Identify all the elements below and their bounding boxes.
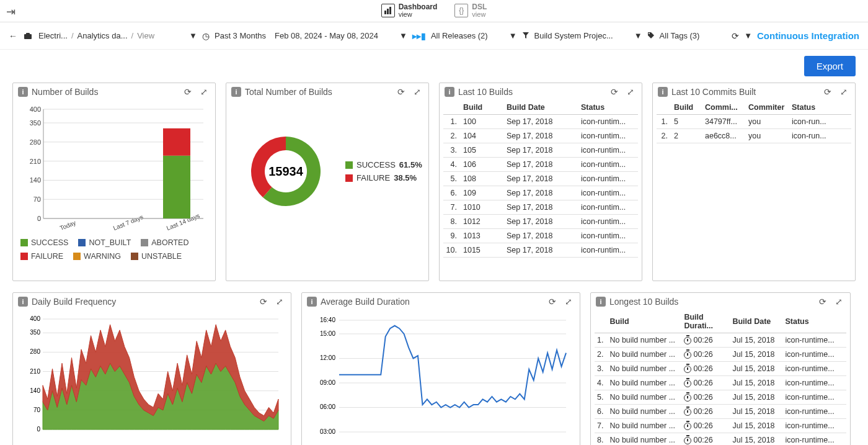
releases-filter[interactable]: All Releases (2) [431, 31, 488, 40]
refresh-icon[interactable]: ⟳ [182, 87, 194, 97]
svg-text:0: 0 [37, 426, 40, 433]
chevron-down-icon[interactable]: ▼ [744, 31, 752, 40]
svg-text:12:00: 12:00 [320, 354, 335, 361]
table-row[interactable]: 5.No build number ...00:26Jul 15, 2018ic… [595, 390, 846, 405]
table-row[interactable]: 1.534797ff...youicon-run... [657, 115, 851, 129]
expand-icon[interactable]: ⤢ [273, 297, 286, 307]
svg-text:210: 210 [30, 368, 40, 375]
chart-legend: SUCCESS 61.5%FAILURE 38.5% [345, 156, 422, 186]
column-header[interactable]: Build [461, 101, 504, 115]
widget-title: Number of Builds [32, 87, 178, 97]
refresh-icon[interactable]: ⟳ [395, 87, 407, 97]
column-header[interactable]: Status [789, 101, 851, 115]
widget-last-10-commits: i Last 10 Commits Built ⟳ ⤢ BuildCommi..… [652, 83, 856, 281]
table-row[interactable]: 3.No build number ...00:26Jul 15, 2018ic… [595, 362, 846, 376]
refresh-icon[interactable]: ⟳ [608, 87, 621, 97]
page-title: Continuous Integration [757, 30, 859, 41]
info-icon[interactable]: i [307, 297, 317, 307]
chevron-down-icon[interactable]: ▼ [189, 31, 197, 40]
info-icon[interactable]: i [18, 297, 28, 307]
stopwatch-icon [684, 423, 691, 430]
column-header[interactable]: Build Durati... [681, 310, 730, 333]
svg-text:280: 280 [30, 348, 40, 355]
area-chart: 070140210280350400 [22, 315, 282, 439]
bar-chart-icon [381, 4, 395, 17]
table-row[interactable]: 8.1012Sep 17, 2018icon-runtim... [443, 215, 638, 229]
svg-rect-13 [163, 156, 190, 218]
tab-sublabel: view [472, 11, 487, 19]
table-row[interactable]: 4.No build number ...00:26Jul 15, 2018ic… [595, 376, 846, 390]
table-row[interactable]: 6.No build number ...00:26Jul 15, 2018ic… [595, 405, 846, 419]
filter-icon [522, 31, 529, 41]
refresh-icon[interactable]: ⟳ [257, 297, 270, 307]
expand-icon[interactable]: ⤢ [411, 87, 423, 97]
period-label: Past 3 Months [215, 31, 266, 40]
table-row[interactable]: 7.1010Sep 17, 2018icon-runtim... [443, 200, 638, 215]
refresh-icon[interactable]: ⟳ [817, 297, 829, 307]
svg-rect-2 [389, 7, 391, 14]
expand-icon[interactable]: ⤢ [838, 87, 850, 97]
expand-icon[interactable]: ⤢ [562, 297, 575, 307]
table-row[interactable]: 7.No build number ...00:26Jul 15, 2018ic… [595, 419, 846, 433]
expand-icon[interactable]: ⤢ [624, 87, 637, 97]
column-header[interactable]: Build Date [730, 310, 782, 333]
crumb-root[interactable]: Electri... [38, 31, 68, 40]
chevron-down-icon[interactable]: ▼ [634, 31, 642, 40]
expand-icon[interactable]: ⤢ [198, 87, 210, 97]
info-icon[interactable]: i [231, 87, 241, 97]
svg-text:400: 400 [30, 315, 40, 322]
export-button[interactable]: Export [804, 56, 856, 76]
chart-legend: SUCCESSNOT_BUILTABORTEDFAILUREWARNINGUNS… [17, 236, 211, 263]
column-header[interactable]: Build Date [504, 101, 578, 115]
refresh-icon[interactable]: ⟳ [546, 297, 559, 307]
chevron-down-icon[interactable]: ▼ [399, 31, 407, 40]
tab-dashboard-view[interactable]: Dashboard view [380, 1, 439, 20]
crumb-project[interactable]: Analytics da... [78, 31, 128, 40]
widget-title: Daily Build Frequency [32, 297, 254, 307]
svg-text:350: 350 [30, 329, 40, 336]
table-row[interactable]: 9.1013Sep 17, 2018icon-runtim... [443, 229, 638, 243]
svg-rect-4 [26, 33, 30, 35]
column-header[interactable]: Build [607, 310, 681, 333]
menu-toggle-icon[interactable]: ⇥ [6, 5, 16, 19]
expand-icon[interactable]: ⤢ [833, 297, 845, 307]
builds-table: BuildBuild DateStatus1.100Sep 17, 2018ic… [443, 101, 638, 258]
info-icon[interactable]: i [18, 87, 28, 97]
column-header[interactable]: Status [782, 310, 846, 333]
refresh-icon[interactable]: ⟳ [732, 31, 739, 41]
table-row[interactable]: 4.106Sep 17, 2018icon-runtim... [443, 158, 638, 172]
legend-item: SUCCESS [20, 238, 68, 247]
back-arrow-icon[interactable]: ← [9, 31, 17, 41]
table-row[interactable]: 2.104Sep 17, 2018icon-runtim... [443, 129, 638, 143]
breadcrumb: ← Electri... / Analytics da... / View [9, 31, 154, 41]
chevron-down-icon[interactable]: ▼ [509, 31, 517, 40]
column-header[interactable]: Commi... [702, 101, 746, 115]
project-filter[interactable]: Build System Projec... [534, 31, 613, 40]
svg-text:16:40: 16:40 [320, 317, 335, 323]
svg-point-5 [649, 33, 650, 34]
column-header[interactable]: Build [671, 101, 702, 115]
widget-last-10-builds: i Last 10 Builds ⟳ ⤢ BuildBuild DateStat… [439, 83, 642, 281]
period-filter[interactable]: Past 3 Months [215, 31, 266, 40]
tab-sublabel: view [399, 11, 438, 19]
tags-label: All Tags (3) [660, 31, 700, 40]
code-braces-icon: {} [454, 4, 468, 17]
tab-dsl-view[interactable]: {} DSL view [453, 1, 488, 20]
table-row[interactable]: 3.105Sep 17, 2018icon-runtim... [443, 143, 638, 158]
tags-filter[interactable]: All Tags (3) [660, 31, 700, 40]
table-row[interactable]: 5.108Sep 17, 2018icon-runtim... [443, 172, 638, 186]
table-row[interactable]: 2.No build number ...00:26Jul 15, 2018ic… [595, 348, 846, 362]
info-icon[interactable]: i [445, 87, 454, 97]
legend-item: UNSTABLE [131, 252, 182, 261]
table-row[interactable]: 1.No build number ...00:26Jul 15, 2018ic… [595, 333, 846, 348]
table-row[interactable]: 6.109Sep 17, 2018icon-runtim... [443, 186, 638, 200]
table-row[interactable]: 10.1015Sep 17, 2018icon-runtim... [443, 243, 638, 258]
column-header[interactable]: Commiter [746, 101, 789, 115]
table-row[interactable]: 8.No build number ...00:26Jul 15, 2018ic… [595, 433, 846, 446]
refresh-icon[interactable]: ⟳ [822, 87, 834, 97]
table-row[interactable]: 1.100Sep 17, 2018icon-runtim... [443, 115, 638, 129]
info-icon[interactable]: i [596, 297, 606, 307]
column-header[interactable]: Status [578, 101, 638, 115]
info-icon[interactable]: i [658, 87, 668, 97]
table-row[interactable]: 2.2ae6cc8...youicon-run... [657, 129, 851, 143]
